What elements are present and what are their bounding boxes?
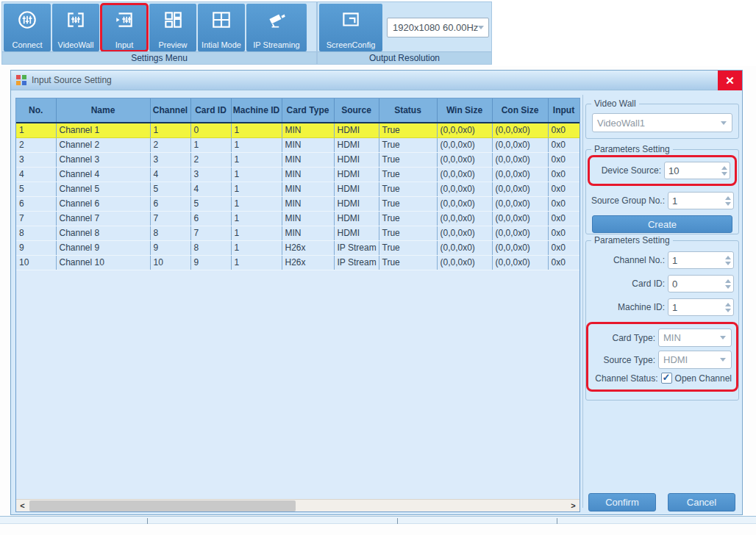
channel-no-stepper[interactable]: 1 [668, 251, 734, 269]
column-header[interactable]: Con Size [492, 98, 548, 123]
column-header[interactable]: Input [548, 98, 580, 123]
table-cell: Channel 4 [56, 167, 150, 182]
source-type-dropdown[interactable]: HDMI [658, 351, 732, 369]
table-row[interactable]: 7Channel 7761MINHDMITrue(0,0,0x0)(0,0,0x… [16, 211, 580, 226]
column-header[interactable]: Channel [150, 98, 190, 123]
device-source-stepper[interactable]: 10 [664, 162, 730, 179]
table-cell: MIN [282, 123, 334, 137]
table-cell: Channel 2 [56, 137, 150, 152]
table-cell: 5 [16, 182, 56, 196]
table-cell: 1 [150, 123, 190, 137]
card-id-stepper[interactable]: 0 [668, 275, 734, 292]
dialog-titlebar: Input Source Setting ✕ [11, 71, 742, 90]
source-type-label: Source Type: [604, 355, 656, 365]
table-cell: 6 [16, 196, 56, 211]
cancel-button[interactable]: Cancel [668, 493, 735, 511]
table-row[interactable]: 5Channel 5541MINHDMITrue(0,0,0x0)(0,0,0x… [16, 182, 580, 196]
card-id-label: Card ID: [632, 279, 665, 289]
table-cell: True [379, 211, 437, 226]
screenconfig-button[interactable]: ScreenConfig [319, 4, 382, 51]
table-cell: 1 [231, 196, 282, 211]
stepper-arrows-icon[interactable] [718, 162, 730, 179]
video-wall-dropdown[interactable]: VideoWall1 [592, 113, 732, 132]
column-header[interactable]: Card ID [190, 98, 231, 123]
channel-status-label: Channel Status: [595, 373, 657, 384]
source-table: No.NameChannelCard IDMachine IDCard Type… [16, 98, 580, 270]
column-header[interactable]: Card Type [282, 98, 334, 123]
machine-id-label: Machine ID: [618, 302, 665, 312]
table-cell: 5 [190, 196, 231, 211]
stepper-arrows-icon[interactable] [722, 299, 733, 315]
table-row[interactable]: 3Channel 3321MINHDMITrue(0,0,0x0)(0,0,0x… [16, 152, 580, 167]
table-row[interactable]: 6Channel 6651MINHDMITrue(0,0,0x0)(0,0,0x… [16, 196, 580, 211]
open-channel-checkbox[interactable] [661, 373, 672, 384]
table-cell: (0,0,0x0) [437, 226, 492, 240]
table-cell: 4 [150, 167, 190, 182]
table-row[interactable]: 4Channel 4431MINHDMITrue(0,0,0x0)(0,0,0x… [16, 167, 580, 182]
table-row[interactable]: 1Channel 1101MINHDMITrue(0,0,0x0)(0,0,0x… [16, 123, 580, 137]
initial-mode-button[interactable]: Intial Mode [198, 4, 245, 51]
column-header[interactable]: No. [16, 98, 56, 123]
stepper-arrows-icon[interactable] [722, 252, 733, 268]
table-cell: 0x0 [548, 137, 580, 152]
table-cell: 5 [150, 182, 190, 196]
table-cell: MIN [282, 182, 334, 196]
table-row[interactable]: 8Channel 8871MINHDMITrue(0,0,0x0)(0,0,0x… [16, 226, 580, 240]
table-cell: 9 [16, 240, 56, 255]
card-type-dropdown[interactable]: MIN [658, 328, 732, 347]
input-icon [113, 9, 135, 31]
output-resolution-dropdown[interactable]: 1920x1080 60.00Hz [387, 18, 489, 37]
table-cell: (0,0,0x0) [492, 226, 548, 240]
panel-divider [582, 95, 583, 508]
side-panel: Video Wall VideoWall1 Parameters Setting… [584, 93, 742, 512]
scroll-left-icon[interactable]: < [16, 500, 29, 512]
dialog-app-icon [16, 75, 26, 85]
table-cell: 3 [150, 152, 190, 167]
horizontal-scrollbar[interactable]: < > [16, 499, 580, 511]
ip-streaming-button[interactable]: IP Streaming [246, 4, 307, 51]
ip-streaming-icon [265, 9, 288, 31]
table-cell: MIN [282, 196, 334, 211]
close-icon: ✕ [725, 74, 735, 87]
column-header[interactable]: Name [56, 98, 150, 123]
table-cell: True [379, 240, 437, 255]
source-table-viewport: No.NameChannelCard IDMachine IDCard Type… [15, 98, 580, 512]
table-cell: IP Stream [334, 255, 379, 270]
table-cell: HDMI [334, 226, 379, 240]
table-cell: (0,0,0x0) [437, 123, 492, 137]
table-cell: 0x0 [548, 152, 580, 167]
connect-icon [16, 9, 38, 31]
table-cell: HDMI [334, 211, 379, 226]
videowall-button-label: VideoWall [58, 40, 94, 49]
scrollbar-thumb[interactable] [29, 500, 296, 511]
preview-button[interactable]: Preview [149, 4, 196, 51]
screenconfig-button-label: ScreenConfig [327, 40, 376, 49]
connect-button-label: Connect [13, 40, 43, 49]
source-group-stepper[interactable]: 1 [668, 192, 734, 209]
stepper-arrows-icon[interactable] [722, 276, 733, 292]
machine-id-stepper[interactable]: 1 [668, 298, 734, 316]
table-cell: 0x0 [548, 167, 580, 182]
create-button[interactable]: Create [592, 215, 732, 233]
table-cell: Channel 9 [56, 240, 150, 255]
table-cell: 3 [16, 152, 56, 167]
confirm-button[interactable]: Confirm [588, 493, 656, 511]
column-header[interactable]: Status [379, 98, 437, 123]
table-row[interactable]: 9Channel 9981H26xIP StreamTrue(0,0,0x0)(… [16, 240, 580, 255]
stepper-arrows-icon[interactable] [722, 193, 733, 209]
parameters-setting-groupbox-1: Parameters Setting Device Source: 10 Sou… [585, 149, 739, 234]
scroll-right-icon[interactable]: > [567, 500, 580, 512]
settings-menu-caption: Settings Menu [2, 51, 316, 64]
table-cell: 1 [231, 240, 282, 255]
table-row[interactable]: 10Channel 101091H26xIP StreamTrue(0,0,0x… [16, 255, 580, 270]
table-cell: 1 [231, 182, 282, 196]
column-header[interactable]: Win Size [437, 98, 492, 123]
close-button[interactable]: ✕ [718, 71, 742, 90]
videowall-button[interactable]: VideoWall [52, 4, 99, 51]
column-header[interactable]: Source [334, 98, 379, 123]
input-button[interactable]: Input [101, 4, 148, 51]
table-cell: HDMI [334, 152, 379, 167]
table-row[interactable]: 2Channel 2211MINHDMITrue(0,0,0x0)(0,0,0x… [16, 137, 580, 152]
column-header[interactable]: Machine ID [231, 98, 282, 123]
connect-button[interactable]: Connect [4, 4, 51, 51]
